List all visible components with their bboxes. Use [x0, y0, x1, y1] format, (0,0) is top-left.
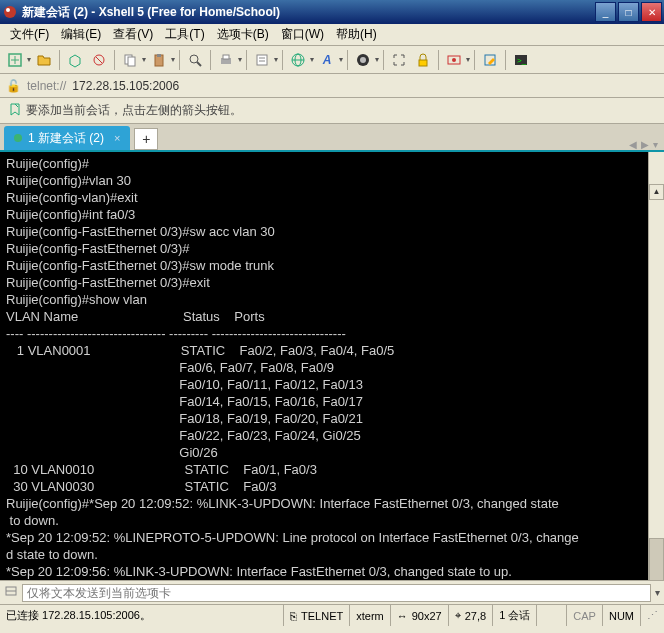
svg-point-25: [452, 58, 456, 62]
toolbar: ▾ ▾ ▾ ▾ ▾ ▾ A▾ ▾ ▾ >_: [0, 46, 664, 74]
svg-rect-23: [419, 60, 427, 66]
toolbar-separator: [438, 50, 439, 70]
svg-rect-8: [128, 57, 135, 66]
address-host[interactable]: 172.28.15.105:2006: [72, 79, 179, 93]
fullscreen-button[interactable]: [388, 49, 410, 71]
size-icon: ↔: [397, 610, 408, 622]
rec-button[interactable]: ▾: [443, 49, 470, 71]
window-titlebar: 新建会话 (2) - Xshell 5 (Free for Home/Schoo…: [0, 0, 664, 24]
search-button[interactable]: [184, 49, 206, 71]
reconnect-button[interactable]: [64, 49, 86, 71]
font-button[interactable]: A▾: [316, 49, 343, 71]
status-size: ↔ 90x27: [391, 605, 449, 626]
terminal-scrollbar[interactable]: ▲ ▼: [648, 152, 664, 580]
ssh-icon: ⎘: [290, 610, 297, 622]
status-cap: CAP: [567, 605, 603, 626]
status-cursor: ⌖ 27,8: [449, 605, 493, 626]
close-button[interactable]: ✕: [641, 2, 662, 22]
session-tab[interactable]: 1 新建会话 (2) ×: [4, 126, 130, 150]
toolbar-separator: [347, 50, 348, 70]
compose-button[interactable]: [479, 49, 501, 71]
tab-list-button[interactable]: ▾: [651, 139, 660, 150]
toolbar-separator: [114, 50, 115, 70]
menu-help[interactable]: 帮助(H): [330, 24, 383, 45]
command-input[interactable]: [22, 584, 651, 602]
svg-point-11: [190, 55, 198, 63]
menu-window[interactable]: 窗口(W): [275, 24, 330, 45]
toolbar-separator: [505, 50, 506, 70]
paste-button[interactable]: ▾: [148, 49, 175, 71]
tip-bar: 要添加当前会话，点击左侧的箭头按钮。: [0, 98, 664, 124]
properties-button[interactable]: ▾: [251, 49, 278, 71]
send-mode-icon[interactable]: [4, 584, 18, 602]
tab-prev-button[interactable]: ◀: [627, 139, 639, 150]
status-bar: 已连接 172.28.15.105:2006。 ⎘TELNET xterm ↔ …: [0, 604, 664, 626]
print-button[interactable]: ▾: [215, 49, 242, 71]
tip-text: 要添加当前会话，点击左侧的箭头按钮。: [26, 102, 242, 119]
terminal-output[interactable]: Ruijie(config)# Ruijie(config)#vlan 30 R…: [0, 150, 664, 580]
toolbar-separator: [246, 50, 247, 70]
new-session-button[interactable]: ▾: [4, 49, 31, 71]
status-term: xterm: [350, 605, 391, 626]
menu-view[interactable]: 查看(V): [107, 24, 159, 45]
menu-edit[interactable]: 编辑(E): [55, 24, 107, 45]
toolbar-separator: [179, 50, 180, 70]
menu-bar: 文件(F) 编辑(E) 查看(V) 工具(T) 选项卡(B) 窗口(W) 帮助(…: [0, 24, 664, 46]
status-connection: 已连接 172.28.15.105:2006。: [0, 605, 284, 626]
toolbar-separator: [210, 50, 211, 70]
send-options-button[interactable]: ▾: [655, 587, 660, 598]
terminal-button[interactable]: >_: [510, 49, 532, 71]
svg-point-0: [4, 6, 16, 18]
toolbar-separator: [282, 50, 283, 70]
tab-next-button[interactable]: ▶: [639, 139, 651, 150]
disconnect-button[interactable]: [88, 49, 110, 71]
minimize-button[interactable]: _: [595, 2, 616, 22]
scrollbar-track[interactable]: [649, 232, 664, 580]
toolbar-separator: [59, 50, 60, 70]
svg-text:>_: >_: [517, 56, 527, 65]
status-sessions: 1 会话: [493, 605, 537, 626]
bookmark-icon[interactable]: [8, 102, 22, 119]
app-icon: [2, 4, 18, 20]
lock-button[interactable]: [412, 49, 434, 71]
command-bar: ▾: [0, 580, 664, 604]
toolbar-separator: [474, 50, 475, 70]
scrollbar-thumb[interactable]: [649, 538, 664, 580]
menu-tabs[interactable]: 选项卡(B): [211, 24, 275, 45]
copy-button[interactable]: ▾: [119, 49, 146, 71]
status-spacer: [537, 605, 567, 626]
address-bar: 🔓 telnet://172.28.15.105:2006: [0, 74, 664, 98]
window-title: 新建会话 (2) - Xshell 5 (Free for Home/Schoo…: [22, 4, 593, 21]
status-num: NUM: [603, 605, 641, 626]
svg-point-22: [360, 57, 366, 63]
svg-rect-10: [157, 54, 161, 57]
open-button[interactable]: [33, 49, 55, 71]
status-protocol: ⎘TELNET: [284, 605, 350, 626]
resize-grip[interactable]: ⋰: [641, 605, 664, 626]
svg-rect-14: [223, 55, 229, 59]
svg-point-1: [6, 8, 10, 12]
color-button[interactable]: ▾: [352, 49, 379, 71]
toolbar-separator: [383, 50, 384, 70]
svg-line-6: [96, 57, 102, 63]
svg-rect-15: [257, 55, 267, 65]
maximize-button[interactable]: □: [618, 2, 639, 22]
new-tab-button[interactable]: +: [134, 128, 158, 150]
address-protocol: telnet://: [27, 79, 66, 93]
globe-button[interactable]: ▾: [287, 49, 314, 71]
menu-file[interactable]: 文件(F): [4, 24, 55, 45]
cursor-pos-icon: ⌖: [455, 609, 461, 622]
status-dot-icon: [14, 134, 22, 142]
lock-icon: 🔓: [6, 79, 21, 93]
scroll-up-button[interactable]: ▲: [649, 184, 664, 200]
tab-close-icon[interactable]: ×: [114, 132, 120, 144]
svg-line-12: [197, 62, 201, 66]
tab-label: 1 新建会话 (2): [28, 130, 104, 147]
tab-strip: 1 新建会话 (2) × + ◀ ▶ ▾: [0, 124, 664, 150]
menu-tools[interactable]: 工具(T): [159, 24, 210, 45]
